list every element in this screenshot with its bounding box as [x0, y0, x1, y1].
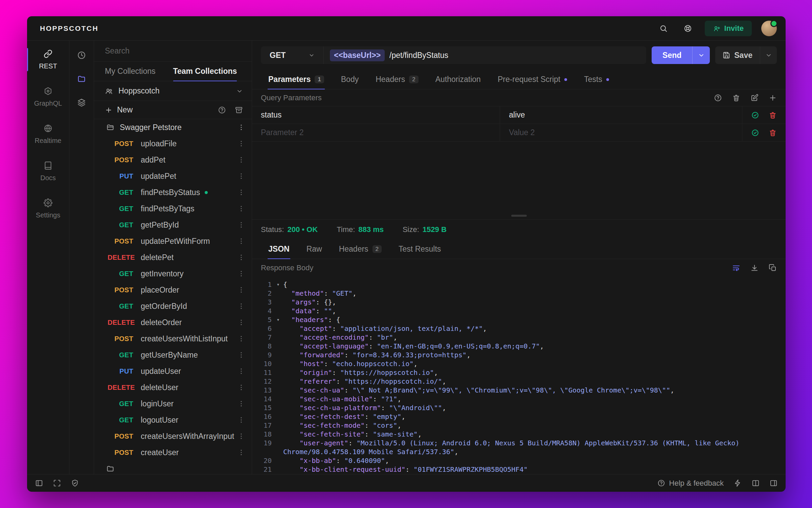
collection-folder-partial[interactable]: [94, 461, 252, 474]
response-tab-raw[interactable]: Raw: [299, 239, 330, 259]
more-menu-button[interactable]: [238, 400, 245, 407]
request-item-deletePet[interactable]: DELETEdeletePet: [94, 249, 252, 266]
more-menu-button[interactable]: [238, 205, 245, 212]
more-menu-button[interactable]: [238, 416, 245, 424]
request-item-getInventory[interactable]: GETgetInventory: [94, 266, 252, 282]
new-collection-button[interactable]: New: [117, 105, 133, 114]
request-tab-parameters[interactable]: Parameters1: [261, 70, 332, 89]
more-menu-button[interactable]: [238, 270, 245, 277]
copy-icon[interactable]: [769, 264, 777, 272]
nav-item-graphql[interactable]: GraphQL: [27, 82, 69, 112]
more-menu-button[interactable]: [238, 221, 245, 229]
request-item-deleteUser[interactable]: DELETEdeleteUser: [94, 379, 252, 396]
more-menu-button[interactable]: [238, 432, 245, 440]
response-tab-headers[interactable]: Headers2: [332, 239, 389, 259]
interceptor-shield-icon[interactable]: [71, 479, 79, 487]
toggle-parameter-button[interactable]: [751, 129, 759, 137]
more-menu-button[interactable]: [238, 302, 245, 310]
parameter-value-input[interactable]: alive: [500, 106, 742, 124]
request-item-getOrderById[interactable]: GETgetOrderById: [94, 298, 252, 314]
more-menu-button[interactable]: [238, 237, 245, 245]
avatar[interactable]: [761, 21, 777, 36]
shortcuts-zap-icon[interactable]: [734, 479, 742, 487]
more-menu-button[interactable]: [238, 449, 245, 456]
send-options-button[interactable]: [692, 46, 710, 64]
download-icon[interactable]: [750, 264, 759, 272]
request-item-getUserByName[interactable]: GETgetUserByName: [94, 347, 252, 363]
request-item-addPet[interactable]: POSTaddPet: [94, 152, 252, 168]
more-menu-button[interactable]: [238, 140, 245, 147]
invite-button[interactable]: Invite: [705, 21, 752, 36]
send-button[interactable]: Send: [652, 46, 692, 64]
help-circle-icon[interactable]: [218, 106, 226, 114]
layout-columns-icon[interactable]: [752, 479, 760, 487]
collection-folder[interactable]: Swagger Petstore: [94, 119, 252, 135]
parameter-value-input[interactable]: Value 2: [500, 124, 742, 141]
edit-icon[interactable]: [750, 94, 759, 102]
request-item-findPetsByTags[interactable]: GETfindPetsByTags: [94, 200, 252, 217]
pane-resize-handle[interactable]: [511, 215, 527, 217]
nav-item-realtime[interactable]: Realtime: [27, 119, 69, 149]
request-item-logoutUser[interactable]: GETlogoutUser: [94, 412, 252, 428]
more-menu-button[interactable]: [238, 156, 245, 164]
toggle-parameter-button[interactable]: [751, 111, 759, 119]
more-menu-button[interactable]: [238, 286, 245, 294]
support-button[interactable]: [680, 21, 695, 36]
request-item-loginUser[interactable]: GETloginUser: [94, 396, 252, 412]
request-tab-pre-request-script[interactable]: Pre-request Script: [490, 70, 574, 89]
request-item-findPetsByStatus[interactable]: GETfindPetsByStatus: [94, 184, 252, 200]
request-item-createUsersWithListInput[interactable]: POSTcreateUsersWithListInput: [94, 331, 252, 347]
request-item-deleteOrder[interactable]: DELETEdeleteOrder: [94, 314, 252, 331]
collections-tab-my-collections[interactable]: My Collections: [105, 62, 156, 81]
sidebar-toggle-icon[interactable]: [35, 479, 43, 487]
request-item-getPetById[interactable]: GETgetPetById: [94, 217, 252, 233]
remove-parameter-button[interactable]: [769, 111, 777, 119]
nav-item-rest[interactable]: REST: [27, 45, 69, 75]
collections-tab-team-collections[interactable]: Team Collections: [173, 62, 237, 81]
response-tab-test-results[interactable]: Test Results: [391, 239, 448, 259]
more-menu-button[interactable]: [238, 384, 245, 391]
more-menu-button[interactable]: [238, 319, 245, 326]
request-item-uploadFile[interactable]: POSTuploadFile: [94, 135, 252, 152]
expand-icon[interactable]: [53, 479, 61, 487]
parameter-key-input[interactable]: Parameter 2: [252, 124, 500, 141]
fold-toggle-icon[interactable]: ▾: [273, 280, 283, 289]
wrap-lines-icon[interactable]: [732, 264, 740, 272]
add-parameter-icon[interactable]: [769, 94, 777, 102]
request-item-updateUser[interactable]: PUTupdateUser: [94, 363, 252, 379]
request-item-placeOrder[interactable]: POSTplaceOrder: [94, 282, 252, 298]
environments-button[interactable]: [74, 95, 89, 110]
request-tab-authorization[interactable]: Authorization: [428, 70, 488, 89]
request-item-updatePet[interactable]: PUTupdatePet: [94, 168, 252, 184]
request-tab-headers[interactable]: Headers2: [368, 70, 426, 89]
env-variable-chip[interactable]: <<baseUrl>>: [330, 49, 385, 61]
help-circle-icon[interactable]: [714, 94, 722, 102]
request-item-createUser[interactable]: POSTcreateUser: [94, 444, 252, 461]
delete-all-icon[interactable]: [732, 94, 740, 102]
collections-search-input[interactable]: [105, 46, 241, 56]
more-menu-button[interactable]: [238, 124, 245, 131]
save-options-button[interactable]: [760, 46, 777, 64]
nav-item-settings[interactable]: Settings: [27, 194, 69, 224]
parameter-key-input[interactable]: status: [252, 106, 500, 124]
response-tab-json[interactable]: JSON: [261, 239, 297, 259]
import-export-icon[interactable]: [235, 106, 243, 114]
remove-parameter-button[interactable]: [769, 129, 777, 137]
help-feedback-button[interactable]: Help & feedback: [657, 479, 724, 488]
method-select[interactable]: GET: [261, 46, 324, 64]
sidebar-right-toggle-icon[interactable]: [770, 479, 777, 487]
more-menu-button[interactable]: [238, 172, 245, 180]
request-tab-tests[interactable]: Tests: [577, 70, 616, 89]
search-button[interactable]: [656, 21, 671, 36]
more-menu-button[interactable]: [238, 254, 245, 261]
more-menu-button[interactable]: [238, 351, 245, 359]
more-menu-button[interactable]: [238, 189, 245, 196]
request-item-createUsersWithArrayInput[interactable]: POSTcreateUsersWithArrayInput: [94, 428, 252, 444]
save-button[interactable]: Save: [715, 46, 760, 64]
more-menu-button[interactable]: [238, 367, 245, 375]
url-input[interactable]: <<baseUrl>> /pet/findByStatus: [324, 49, 646, 61]
request-item-updatePetWithForm[interactable]: POSTupdatePetWithForm: [94, 233, 252, 249]
nav-item-docs[interactable]: Docs: [27, 156, 69, 186]
collections-button[interactable]: [74, 71, 89, 87]
more-menu-button[interactable]: [238, 335, 245, 342]
